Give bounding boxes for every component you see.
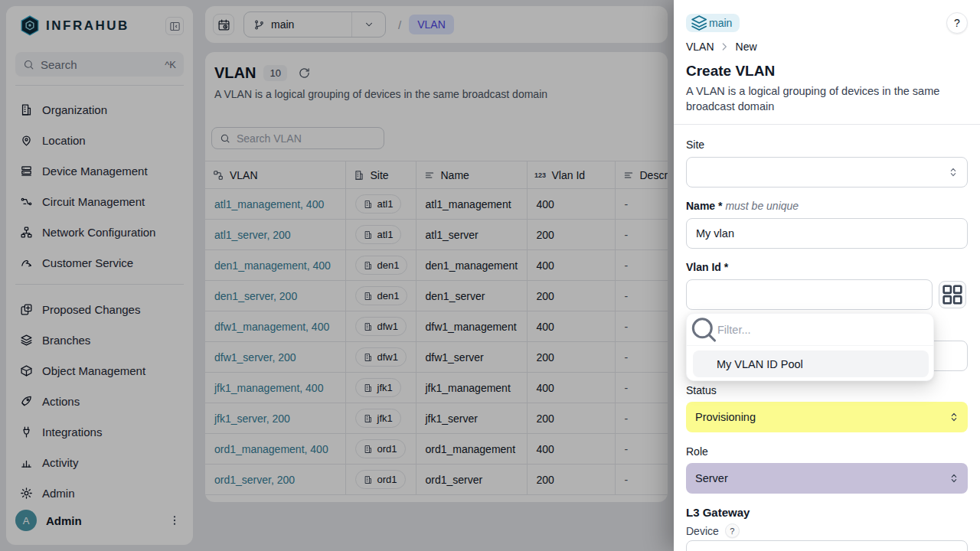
name-label: Name * must be unique bbox=[686, 200, 799, 212]
status-select-value: Provisioning bbox=[695, 411, 756, 423]
unfold-icon bbox=[948, 411, 960, 423]
name-hint: must be unique bbox=[725, 200, 799, 212]
vlan-id-input[interactable] bbox=[686, 279, 933, 310]
layers-icon bbox=[694, 18, 704, 28]
name-label-text: Name * bbox=[686, 200, 722, 212]
drawer-description: A VLAN is a logical grouping of devices … bbox=[686, 83, 968, 114]
unfold-icon bbox=[947, 166, 959, 178]
l3-gateway-label: L3 Gateway bbox=[686, 506, 750, 519]
pool-dropdown: Filter... My VLAN ID Pool bbox=[686, 313, 934, 381]
name-input[interactable]: My vlan bbox=[686, 218, 968, 249]
device-label: Device bbox=[686, 525, 719, 537]
status-select[interactable]: Provisioning bbox=[686, 402, 968, 432]
pool-selector-button[interactable] bbox=[939, 281, 966, 308]
app-canvas: INFRAHUB Search ^K Organization Location… bbox=[0, 0, 980, 551]
drawer-branch-badge: main bbox=[686, 14, 740, 32]
modal-overlay[interactable] bbox=[0, 0, 674, 551]
help-button[interactable]: ? bbox=[946, 12, 968, 34]
status-label: Status bbox=[686, 384, 717, 396]
device-select[interactable] bbox=[686, 540, 968, 551]
role-label: Role bbox=[686, 445, 708, 458]
name-input-value: My vlan bbox=[696, 227, 734, 240]
search-icon bbox=[697, 324, 710, 336]
drawer-divider bbox=[674, 124, 980, 125]
pool-option[interactable]: My VLAN ID Pool bbox=[693, 350, 929, 377]
device-label-row: Device ? bbox=[686, 523, 740, 538]
role-select[interactable]: Server bbox=[686, 463, 968, 494]
create-vlan-drawer: main ? VLAN New Create VLAN A VLAN is a … bbox=[674, 0, 980, 551]
drawer-breadcrumb: VLAN New bbox=[686, 41, 757, 53]
vlan-id-label: Vlan Id * bbox=[686, 261, 728, 273]
site-select[interactable] bbox=[686, 157, 968, 187]
chevron-right-icon bbox=[720, 42, 730, 51]
pool-filter-input[interactable]: Filter... bbox=[687, 314, 933, 346]
unfold-icon bbox=[948, 472, 960, 484]
device-help-icon[interactable]: ? bbox=[725, 523, 740, 538]
site-label: Site bbox=[686, 139, 704, 151]
grid-icon bbox=[946, 289, 959, 302]
drawer-title: Create VLAN bbox=[686, 63, 775, 80]
role-select-value: Server bbox=[695, 472, 728, 484]
